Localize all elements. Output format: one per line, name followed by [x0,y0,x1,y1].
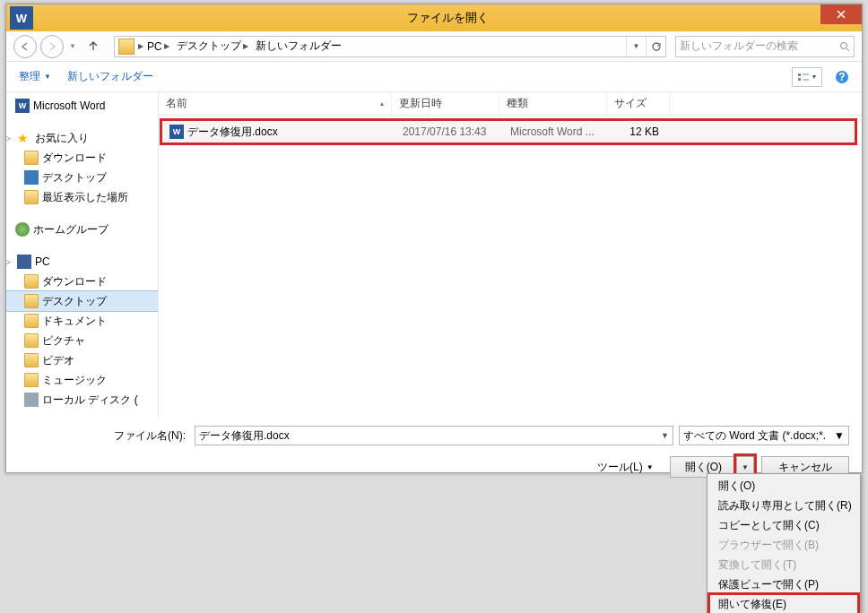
col-label: 種類 [507,96,528,111]
sidebar-item[interactable]: ダウンロード [6,272,158,291]
sidebar-item-homegroup[interactable]: ホームグループ [6,220,158,239]
sidebar-label: お気に入り [35,131,89,146]
sidebar-item-desktop[interactable]: デスクトップ [6,291,158,311]
recent-dropdown[interactable]: ▼ [67,35,78,58]
forward-button[interactable] [40,35,64,58]
refresh-icon [651,41,662,52]
cancel-label: キャンセル [778,460,832,475]
sidebar-item-pc[interactable]: ▷PC [6,252,158,272]
breadcrumb[interactable]: ▶ PC▶ デスクトップ▶ 新しいフォルダー ▼ [114,36,666,57]
sidebar-item[interactable]: ビデオ [6,350,158,370]
svg-point-0 [841,42,847,48]
menu-item[interactable]: 読み取り専用として開く(R) [709,496,858,515]
folder-icon [24,333,39,348]
sidebar-label: ダウンロード [42,151,107,166]
file-open-dialog: W ファイルを開く ▼ ▶ PC▶ デスクトップ▶ 新しいフォルダー ▼ 新しい… [5,4,863,473]
folder-icon [24,353,39,367]
breadcrumb-seg[interactable]: PC▶ [143,40,173,53]
chevron-down-icon: ▼ [742,463,749,471]
filename-value: データ修復用.docx [199,428,290,444]
chevron-down-icon: ▼ [44,73,51,81]
chevron-down-icon: ▼ [812,73,818,80]
titlebar[interactable]: W ファイルを開く [6,4,862,31]
disk-icon [24,393,39,407]
nav-bar: ▼ ▶ PC▶ デスクトップ▶ 新しいフォルダー ▼ 新しいフォルダーの検索 [6,31,862,62]
menu-item[interactable]: 開いて修復(E) [709,594,858,613]
view-icon [797,73,810,82]
word-icon: W [15,99,30,113]
file-date: 2017/07/16 13:43 [395,125,503,138]
close-button[interactable] [820,4,862,24]
col-label: サイズ [614,96,647,111]
sidebar-label: ビデオ [42,353,74,368]
sidebar-label: ダウンロード [42,274,107,289]
sidebar-item[interactable]: デスクトップ [6,168,158,187]
close-icon [837,10,846,19]
sidebar-item[interactable]: ピクチャ [6,331,158,350]
sidebar-item[interactable]: ダウンロード [6,148,158,168]
col-label: 更新日時 [399,96,442,111]
sidebar-item[interactable]: ローカル ディスク ( [6,390,158,410]
arrow-up-icon [87,40,100,53]
computer-icon [17,255,31,269]
menu-item[interactable]: コピーとして開く(C) [709,515,858,535]
sidebar-label: デスクトップ [42,294,107,309]
new-folder-label: 新しいフォルダー [67,69,153,84]
sidebar-label: PC [35,255,50,268]
sidebar-item-favorites[interactable]: ▷★お気に入り [6,128,158,148]
refresh-button[interactable] [646,37,665,56]
tools-button[interactable]: ツール(L)▼ [597,460,654,475]
organize-label: 整理 [19,69,40,84]
col-size[interactable]: サイズ [607,92,670,115]
back-button[interactable] [13,35,37,58]
sidebar-item[interactable]: 最近表示した場所 [6,187,158,207]
expander-icon: ▷ [6,134,13,142]
filename-input[interactable]: データ修復用.docx▼ [195,426,673,445]
expander-icon: ▷ [6,257,13,266]
col-name[interactable]: 名前▴ [159,92,392,115]
new-folder-button[interactable]: 新しいフォルダー [67,69,153,84]
up-button[interactable] [82,35,105,58]
help-icon[interactable]: ? [835,70,849,84]
menu-item[interactable]: 保護ビューで開く(P) [709,574,858,594]
sidebar-label: ドキュメント [42,314,107,329]
breadcrumb-item: 新しいフォルダー [256,39,342,54]
col-type[interactable]: 種類 [499,92,607,115]
view-options-button[interactable]: ▼ [792,67,822,87]
folder-icon [118,39,135,55]
toolbar: 整理▼ 新しいフォルダー ▼ ? [6,62,862,92]
svg-text:?: ? [838,71,845,83]
search-input[interactable]: 新しいフォルダーの検索 [675,36,855,57]
breadcrumb-item: デスクトップ [177,39,241,54]
search-icon [839,41,850,52]
organize-button[interactable]: 整理▼ [19,69,51,84]
folder-icon [24,314,39,328]
file-name: データ修復用.docx [187,125,278,140]
arrow-right-icon [47,41,57,52]
open-mode-menu: 開く(O)読み取り専用として開く(R)コピーとして開く(C)ブラウザーで開く(B… [707,473,861,613]
breadcrumb-dropdown[interactable]: ▼ [626,37,646,56]
sort-icon: ▴ [380,99,384,108]
sidebar-label: ホームグループ [33,222,108,237]
breadcrumb-seg[interactable]: デスクトップ▶ [173,39,252,54]
folder-icon [24,151,39,165]
menu-item[interactable]: 開く(O) [709,476,858,496]
filter-value: すべての Word 文書 (*.docx;*. [683,428,826,444]
sidebar-item-word[interactable]: WMicrosoft Word [6,96,158,116]
breadcrumb-seg[interactable]: 新しいフォルダー [252,39,345,54]
arrow-left-icon [20,41,30,52]
chevron-right-icon: ▶ [243,42,248,50]
filename-label: ファイル名(N): [19,428,189,444]
file-row[interactable]: Wデータ修復用.docx 2017/07/16 13:43 Microsoft … [162,121,855,142]
chevron-down-icon: ▼ [69,42,76,50]
sidebar-item[interactable]: ドキュメント [6,311,158,331]
col-date[interactable]: 更新日時 [392,92,499,115]
breadcrumb-item: PC [147,40,162,53]
svg-rect-1 [798,73,801,76]
chevron-down-icon: ▼ [661,431,669,440]
file-type-filter[interactable]: すべての Word 文書 (*.docx;*.▼ [679,426,849,445]
folder-icon [24,373,39,387]
col-label: 名前 [166,96,187,111]
sidebar-item[interactable]: ミュージック [6,370,158,390]
file-type: Microsoft Word ... [503,125,611,138]
